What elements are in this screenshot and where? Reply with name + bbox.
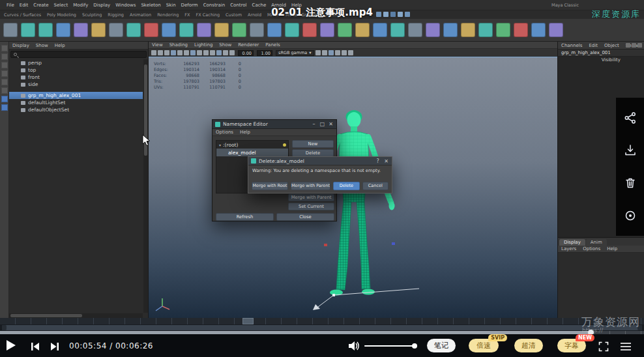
outliner-item[interactable]: defaultObjectSet xyxy=(9,106,143,113)
delete-button[interactable] xyxy=(621,173,640,193)
viewport-menu[interactable]: Shading xyxy=(166,42,191,48)
maya-menu[interactable]: Arnold xyxy=(269,3,289,8)
range-slider[interactable] xyxy=(0,324,644,331)
shelf-tool-icon[interactable] xyxy=(478,23,493,37)
share-button[interactable] xyxy=(621,108,640,128)
viewport-toolbar-icon[interactable] xyxy=(342,50,347,55)
tool-settings-toggle-icon[interactable] xyxy=(637,43,642,48)
viewport-toolbar-icon[interactable] xyxy=(210,50,215,55)
range-bar[interactable] xyxy=(2,325,642,330)
outliner-item[interactable]: top xyxy=(9,66,143,74)
viewport-toolbar-icon[interactable] xyxy=(190,50,196,55)
viewport-toolbar-icon[interactable] xyxy=(203,50,209,55)
dialog-button[interactable]: Cancel xyxy=(362,182,388,190)
channel-box-menu[interactable]: Edit xyxy=(585,43,601,48)
shelf-tab[interactable]: Arnold xyxy=(248,12,261,18)
fullscreen-icon[interactable] xyxy=(598,341,609,352)
shelf-tool-icon[interactable] xyxy=(320,23,334,37)
play-button[interactable] xyxy=(7,340,16,350)
playback-speed-button[interactable]: 倍速 SVIP xyxy=(469,339,499,352)
shelf-tab[interactable]: Curves / Surfaces xyxy=(4,12,41,18)
shelf-tab[interactable]: Sculpting xyxy=(82,12,102,18)
snap-status-icon[interactable] xyxy=(390,12,396,17)
viewport-menu[interactable]: Lighting xyxy=(191,42,216,48)
shelf-tab[interactable]: FX xyxy=(184,12,190,18)
exposure-field[interactable]: 0.00 xyxy=(238,50,254,56)
namespace-editor-button[interactable]: Close xyxy=(276,213,334,221)
viewport-toolbar-icon[interactable] xyxy=(158,50,163,55)
viewport-toolbar-icon[interactable] xyxy=(184,50,189,55)
attribute-editor-toggle-icon[interactable] xyxy=(632,43,636,48)
channel-attribute-label[interactable]: Visibility xyxy=(558,57,644,64)
volume-slider[interactable] xyxy=(364,345,415,347)
maya-menu[interactable]: Create xyxy=(31,3,51,8)
maya-menu[interactable]: Deform xyxy=(179,3,201,8)
previous-button[interactable] xyxy=(30,341,40,352)
shelf-tool-icon[interactable] xyxy=(355,23,370,37)
layer-editor-tab[interactable]: Anim xyxy=(586,239,607,246)
help-button[interactable]: ? xyxy=(373,157,382,166)
quality-button[interactable]: 超清 xyxy=(514,339,543,352)
maya-menu[interactable]: Edit xyxy=(17,3,31,8)
volume-icon[interactable] xyxy=(347,341,360,351)
shelf-tool-icon[interactable] xyxy=(496,23,510,37)
channel-box-menu[interactable]: Channels xyxy=(558,43,585,48)
next-button[interactable] xyxy=(50,341,60,352)
shelf-tool-icon[interactable] xyxy=(302,23,317,37)
gamma-field[interactable]: 1.00 xyxy=(257,50,272,56)
volume-knob[interactable] xyxy=(412,343,417,349)
red-handle[interactable] xyxy=(324,244,327,246)
shelf-tool-icon[interactable] xyxy=(144,23,158,37)
viewport-toolbar-icon[interactable] xyxy=(151,50,156,55)
shelf-tool-icon[interactable] xyxy=(531,23,546,37)
shelf-tab[interactable]: Animation xyxy=(130,12,151,18)
outliner-item[interactable]: grp_m_high_alex_001 xyxy=(9,92,143,99)
outliner-vertical-scrollbar[interactable] xyxy=(143,59,148,313)
outliner-item[interactable]: side xyxy=(9,81,143,88)
shelf-tool-icon[interactable] xyxy=(38,23,53,37)
viewport-toolbar-icon[interactable] xyxy=(164,50,169,55)
playhead[interactable] xyxy=(242,318,254,324)
outliner-horizontal-scrollbar[interactable] xyxy=(9,313,143,318)
scrollbar-thumb[interactable] xyxy=(10,314,82,317)
view-transform-dropdown[interactable]: sRGB gamma ▾ xyxy=(276,50,314,56)
episode-list-icon[interactable] xyxy=(620,342,632,351)
viewport-toolbar-icon[interactable] xyxy=(197,50,202,55)
viewport-toolbar-icon[interactable] xyxy=(223,50,228,55)
viewport-menu[interactable]: View xyxy=(149,42,166,48)
current-tool-slot-b[interactable] xyxy=(1,104,8,111)
viewport-menu[interactable]: Show xyxy=(216,42,235,48)
namespace-editor-button[interactable]: Merge with Parent xyxy=(288,193,334,201)
shelf-tool-icon[interactable] xyxy=(3,23,18,37)
shelf-tool-icon[interactable] xyxy=(390,23,405,37)
shelf-tab[interactable]: XGen xyxy=(326,12,338,18)
outliner-item[interactable]: defaultLightSet xyxy=(9,99,143,106)
notes-button[interactable]: 笔记 xyxy=(427,339,456,352)
dialog-title-bar[interactable]: Delete:alex_model ? ✕ xyxy=(248,157,392,165)
shelf-tab[interactable]: Rendering xyxy=(157,12,179,18)
shelf-tab[interactable]: Poly Modeling xyxy=(47,12,76,18)
dialog-button[interactable]: Delete xyxy=(333,182,359,190)
maya-menu[interactable]: Select xyxy=(51,3,71,8)
outliner-item[interactable]: front xyxy=(9,74,143,81)
layer-editor-menu[interactable]: Layers xyxy=(558,246,579,251)
shelf-tool-icon[interactable] xyxy=(197,23,211,37)
dialog-button[interactable]: Merge with Root xyxy=(252,182,288,190)
shelf-tool-icon[interactable] xyxy=(162,23,176,37)
expand-arrow-icon[interactable]: ▾ xyxy=(219,143,221,147)
shelf-tool-icon[interactable] xyxy=(443,23,458,37)
namespace-editor-button[interactable]: New xyxy=(292,140,334,148)
maya-menu[interactable]: Constrain xyxy=(201,3,228,8)
dialog-menu[interactable]: Help xyxy=(237,130,254,135)
shelf-tool-icon[interactable] xyxy=(267,23,282,37)
shelf-tool-icon[interactable] xyxy=(549,23,563,37)
layer-editor-menu[interactable]: Help xyxy=(604,246,621,251)
channel-box-menu[interactable]: Object xyxy=(601,43,622,48)
namespace-editor-button[interactable]: Refresh xyxy=(216,213,274,221)
namespace-editor-button[interactable]: Set Current xyxy=(288,203,334,210)
shelf-tool-icon[interactable] xyxy=(514,23,528,37)
layer-editor-menu[interactable]: Options xyxy=(579,246,604,251)
select-tool[interactable] xyxy=(1,45,8,51)
snap-status-icon[interactable] xyxy=(398,12,403,17)
outliner-menu[interactable]: Show xyxy=(33,43,51,48)
